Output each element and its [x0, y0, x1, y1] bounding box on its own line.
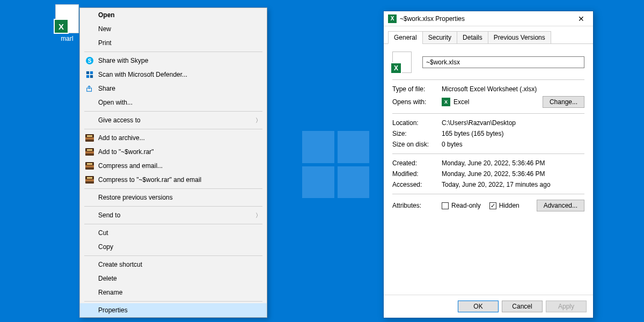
size-value: 165 bytes (165 bytes)	[442, 130, 584, 137]
ctx-add-to-archive[interactable]: Add to archive...	[80, 131, 267, 145]
excel-file-icon: X	[55, 4, 79, 33]
winrar-icon	[85, 162, 94, 170]
chevron-right-icon: 〉	[255, 116, 261, 125]
openswith-label: Opens with:	[392, 98, 442, 106]
ctx-send-to[interactable]: Send to〉	[80, 208, 267, 222]
accessed-label: Accessed:	[392, 181, 442, 188]
change-button[interactable]: Change...	[543, 96, 584, 108]
ctx-rename[interactable]: Rename	[80, 286, 267, 299]
ctx-sep	[84, 301, 262, 302]
context-menu: Open New Print SShare with Skype Scan wi…	[79, 8, 267, 318]
defender-icon	[84, 70, 95, 79]
ctx-sep	[84, 52, 262, 52]
created-label: Created:	[392, 159, 442, 167]
ctx-sep	[84, 111, 262, 112]
ctx-sep	[84, 255, 262, 256]
hidden-label: Hidden	[499, 202, 519, 209]
windows-logo-decor	[302, 131, 369, 198]
ctx-restore-previous-versions[interactable]: Restore previous versions	[80, 191, 267, 204]
tab-previous-versions[interactable]: Previous Versions	[488, 31, 551, 44]
location-label: Location:	[392, 119, 442, 127]
ctx-new[interactable]: New	[80, 22, 267, 36]
svg-rect-3	[90, 75, 93, 78]
tab-details[interactable]: Details	[457, 31, 488, 44]
ctx-sep	[84, 224, 262, 224]
close-button[interactable]: ✕	[574, 14, 589, 23]
ctx-share[interactable]: Share	[80, 82, 267, 96]
location-value: C:\Users\Razvan\Desktop	[442, 119, 584, 127]
excel-icon: X	[442, 98, 450, 106]
dialog-body: X Type of file:Microsoft Excel Worksheet…	[384, 44, 593, 295]
attributes-label: Attributes:	[392, 202, 442, 209]
readonly-label: Read-only	[451, 202, 481, 209]
ctx-create-shortcut[interactable]: Create shortcut	[80, 258, 267, 272]
ctx-open-with[interactable]: Open with...	[80, 96, 267, 109]
readonly-checkbox[interactable]: Read-only	[442, 202, 481, 209]
ctx-share-skype[interactable]: SShare with Skype	[80, 54, 267, 68]
desktop-file[interactable]: X marl	[54, 4, 80, 42]
typeoffile-label: Type of file:	[392, 85, 442, 93]
apply-button[interactable]: Apply	[546, 301, 587, 312]
ctx-delete[interactable]: Delete	[80, 272, 267, 286]
properties-dialog: X ~$work.xlsx Properties ✕ General Secur…	[383, 11, 594, 318]
hidden-checkbox[interactable]: Hidden	[489, 202, 519, 209]
ctx-cut[interactable]: Cut	[80, 226, 267, 240]
ctx-copy[interactable]: Copy	[80, 240, 267, 254]
filename-input[interactable]	[422, 56, 584, 68]
ctx-print[interactable]: Print	[80, 36, 267, 50]
svg-rect-0	[86, 71, 89, 74]
skype-icon: S	[86, 57, 93, 64]
ctx-sep	[84, 188, 262, 189]
tab-general[interactable]: General	[388, 31, 423, 44]
file-icon-large: X	[392, 52, 412, 73]
advanced-button[interactable]: Advanced...	[537, 200, 584, 211]
sep	[392, 153, 584, 154]
ctx-sep	[84, 129, 262, 129]
svg-rect-2	[86, 75, 89, 78]
dialog-titlebar[interactable]: X ~$work.xlsx Properties ✕	[384, 11, 593, 26]
dialog-title: ~$work.xlsx Properties	[400, 15, 574, 23]
sizeondisk-label: Size on disk:	[392, 141, 442, 148]
svg-rect-1	[90, 71, 93, 74]
modified-value: Monday, June 20, 2022, 5:36:46 PM	[442, 170, 584, 178]
winrar-icon	[85, 176, 94, 184]
ctx-scan-defender[interactable]: Scan with Microsoft Defender...	[80, 68, 267, 82]
cancel-button[interactable]: Cancel	[502, 301, 543, 312]
tab-security[interactable]: Security	[422, 31, 457, 44]
winrar-icon	[85, 134, 94, 142]
ctx-properties[interactable]: Properties	[80, 303, 267, 317]
ctx-sep	[84, 206, 262, 207]
winrar-icon	[85, 148, 94, 156]
excel-icon: X	[388, 14, 397, 23]
ok-button[interactable]: OK	[458, 301, 499, 312]
sep	[392, 113, 584, 114]
created-value: Monday, June 20, 2022, 5:36:46 PM	[442, 159, 584, 167]
modified-label: Modified:	[392, 170, 442, 178]
typeoffile-value: Microsoft Excel Worksheet (.xlsx)	[442, 85, 584, 93]
desktop-file-label: marl	[54, 35, 80, 42]
sizeondisk-value: 0 bytes	[442, 141, 584, 148]
dialog-tabs: General Security Details Previous Versio…	[384, 26, 593, 44]
share-icon	[84, 84, 95, 93]
chevron-right-icon: 〉	[255, 211, 261, 219]
ctx-compress-and-email[interactable]: Compress and email...	[80, 159, 267, 173]
ctx-add-to-work-rar[interactable]: Add to "~$work.rar"	[80, 145, 267, 159]
ctx-give-access-to[interactable]: Give access to〉	[80, 113, 267, 127]
accessed-value: Today, June 20, 2022, 17 minutes ago	[442, 181, 584, 188]
size-label: Size:	[392, 130, 442, 137]
dialog-footer: OK Cancel Apply	[384, 295, 593, 318]
ctx-compress-to-rar-and-email[interactable]: Compress to "~$work.rar" and email	[80, 173, 267, 187]
openswith-value: Excel	[453, 98, 469, 106]
sep	[392, 194, 584, 194]
sep	[392, 79, 584, 80]
ctx-open[interactable]: Open	[80, 8, 267, 22]
